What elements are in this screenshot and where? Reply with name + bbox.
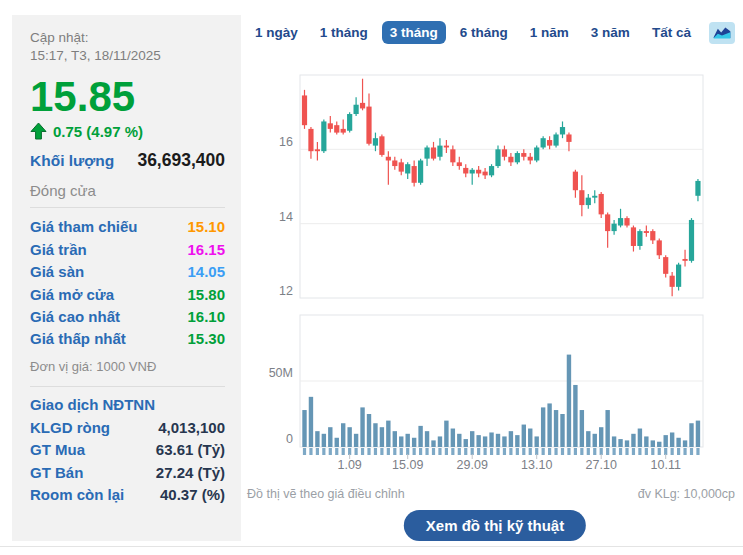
- row-value: 15.10: [187, 218, 225, 235]
- row-value: 16.10: [187, 308, 225, 325]
- row-highest-price: Giá cao nhất 16.10: [30, 305, 225, 327]
- svg-text:15.09: 15.09: [392, 458, 423, 472]
- panel-divider: [30, 207, 225, 208]
- row-value: 63.61 (Tỷ): [156, 441, 225, 458]
- volume-value: 36,693,400: [137, 150, 225, 171]
- updated-at: Cập nhật: 15:17, T3, 18/11/2025: [30, 29, 225, 65]
- foreign-trading-header: Giao dịch NĐTNN: [30, 396, 225, 413]
- chart-type-button[interactable]: [709, 22, 735, 44]
- price-volume-chart[interactable]: 16141250M01.0915.0929.0913.1027.1010.11: [247, 62, 743, 474]
- tab-1-ngay[interactable]: 1 ngày: [247, 21, 306, 44]
- row-open-price: Giá mở cửa 15.80: [30, 283, 225, 305]
- last-price: 15.85: [30, 75, 225, 119]
- row-value: 15.80: [187, 286, 225, 303]
- row-value: 15.30: [187, 330, 225, 347]
- price-info-rows: Giá tham chiếu 15.10 Giá trần 16.15 Giá …: [30, 216, 225, 350]
- bottom-divider: [0, 546, 743, 547]
- svg-text:0: 0: [286, 432, 293, 446]
- panel-divider: [30, 386, 225, 387]
- price-change-row: 0.75 (4.97 %): [30, 123, 225, 140]
- foreign-trading-rows: KLGD ròng 4,013,100 GT Mua 63.61 (Tỷ) GT…: [30, 416, 225, 506]
- tab-1-nam[interactable]: 1 năm: [522, 21, 577, 44]
- row-label: GT Bán: [30, 464, 83, 481]
- price-change-value: 0.75 (4.97 %): [53, 123, 143, 140]
- svg-text:10.11: 10.11: [651, 458, 681, 472]
- area-chart-icon: [712, 25, 732, 41]
- adjusted-price-note: Đồ thị vẽ theo giá điều chỉnh: [247, 487, 405, 501]
- row-label: Giá mở cửa: [30, 286, 114, 303]
- row-foreign-sell-value: GT Bán 27.24 (Tỷ): [30, 461, 225, 483]
- updated-label: Cập nhật:: [30, 29, 225, 47]
- volume-unit-note: đv KLg: 10,000cp: [638, 487, 735, 501]
- row-value: 4,013,100: [158, 419, 225, 436]
- row-foreign-buy-value: GT Mua 63.61 (Tỷ): [30, 438, 225, 460]
- svg-text:1.09: 1.09: [337, 458, 361, 472]
- svg-text:50M: 50M: [269, 366, 293, 380]
- svg-text:12: 12: [279, 284, 293, 298]
- row-label: Giá cao nhất: [30, 308, 120, 325]
- svg-text:29.09: 29.09: [457, 458, 488, 472]
- view-technical-chart-button[interactable]: Xem đồ thị kỹ thuật: [404, 510, 586, 541]
- row-ceiling-price: Giá trần 16.15: [30, 238, 225, 260]
- timeframe-tabs: 1 ngày 1 tháng 3 tháng 6 tháng 1 năm 3 n…: [247, 21, 735, 44]
- row-foreign-room-left: Room còn lại 40.37 (%): [30, 483, 225, 505]
- volume-label: Khối lượng: [30, 152, 114, 170]
- svg-text:27.10: 27.10: [586, 458, 617, 472]
- row-value: 40.37 (%): [160, 486, 225, 503]
- svg-text:16: 16: [279, 135, 293, 149]
- row-net-foreign-volume: KLGD ròng 4,013,100: [30, 416, 225, 438]
- row-label: Room còn lại: [30, 486, 124, 503]
- tab-6-thang[interactable]: 6 tháng: [452, 21, 516, 44]
- row-label: Giá thấp nhất: [30, 330, 126, 347]
- price-unit-note: Đơn vị giá: 1000 VNĐ: [30, 359, 225, 374]
- svg-text:14: 14: [279, 210, 293, 224]
- up-arrow-icon: [30, 123, 47, 140]
- tab-1-thang[interactable]: 1 tháng: [312, 21, 376, 44]
- svg-text:13.10: 13.10: [521, 458, 552, 472]
- updated-value: 15:17, T3, 18/11/2025: [30, 47, 225, 65]
- tab-tat-ca[interactable]: Tất cả: [644, 21, 699, 44]
- close-section-label: Đóng cửa: [30, 182, 225, 199]
- row-floor-price: Giá sàn 14.05: [30, 261, 225, 283]
- row-label: KLGD ròng: [30, 419, 110, 436]
- row-value: 27.24 (Tỷ): [156, 464, 225, 481]
- chart-section: 1 ngày 1 tháng 3 tháng 6 tháng 1 năm 3 n…: [247, 0, 743, 555]
- stock-quote-page: Cập nhật: 15:17, T3, 18/11/2025 15.85 0.…: [0, 0, 743, 555]
- quote-panel: Cập nhật: 15:17, T3, 18/11/2025 15.85 0.…: [12, 15, 241, 541]
- tab-3-nam[interactable]: 3 năm: [583, 21, 638, 44]
- row-label: Giá trần: [30, 241, 87, 258]
- row-value: 16.15: [187, 241, 225, 258]
- row-label: Giá tham chiếu: [30, 218, 138, 235]
- tab-3-thang[interactable]: 3 tháng: [382, 21, 446, 44]
- row-label: Giá sàn: [30, 263, 84, 280]
- row-label: GT Mua: [30, 441, 85, 458]
- row-lowest-price: Giá thấp nhất 15.30: [30, 328, 225, 350]
- row-reference-price: Giá tham chiếu 15.10: [30, 216, 225, 238]
- volume-row: Khối lượng 36,693,400: [30, 150, 225, 171]
- row-value: 14.05: [187, 263, 225, 280]
